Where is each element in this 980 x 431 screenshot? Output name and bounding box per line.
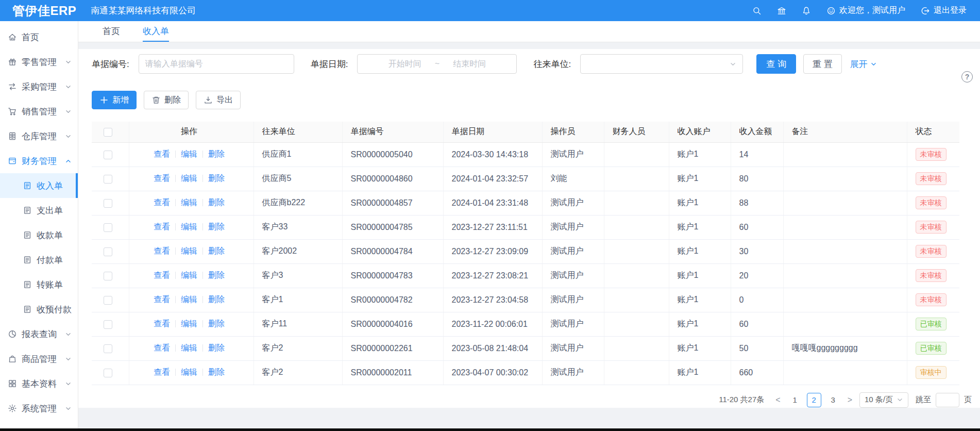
- row-checkbox[interactable]: [104, 344, 112, 353]
- sidebar-subitem-expense-bill[interactable]: 支出单: [0, 198, 78, 223]
- prev-page-button[interactable]: <: [773, 395, 783, 405]
- sidebar-item-label: 零售管理: [22, 56, 57, 68]
- row-action-delete[interactable]: 删除: [208, 319, 225, 328]
- row-action-view[interactable]: 查看: [154, 271, 170, 279]
- row-action-view[interactable]: 查看: [154, 319, 170, 328]
- row-action-view[interactable]: 查看: [154, 222, 170, 231]
- row-action-delete[interactable]: 删除: [208, 174, 225, 183]
- sidebar-subitem-income-bill[interactable]: 收入单: [0, 173, 78, 198]
- sidebar-item-sales[interactable]: 销售管理: [0, 99, 78, 124]
- reset-button[interactable]: 重 置: [803, 54, 842, 74]
- row-action-delete[interactable]: 删除: [208, 222, 225, 231]
- bell-icon[interactable]: [802, 6, 811, 15]
- export-button[interactable]: 导出: [196, 91, 241, 109]
- row-checkbox[interactable]: [104, 199, 112, 208]
- row-action-view[interactable]: 查看: [154, 174, 170, 183]
- chevron-down-icon: [65, 84, 72, 90]
- select-all-checkbox[interactable]: [104, 128, 112, 137]
- row-checkbox[interactable]: [104, 272, 112, 280]
- delete-button[interactable]: 删除: [144, 91, 189, 109]
- expand-link[interactable]: 展开: [850, 58, 877, 70]
- chevron-down-icon: [65, 405, 72, 412]
- bank-icon[interactable]: [777, 6, 786, 15]
- sidebar-item-retail[interactable]: 零售管理: [0, 49, 78, 74]
- doc-icon: [23, 206, 32, 215]
- cell-income-amount: 60: [731, 312, 783, 336]
- row-checkbox[interactable]: [104, 151, 112, 159]
- page-button-3[interactable]: 3: [826, 393, 840, 407]
- row-action-edit[interactable]: 编辑: [181, 271, 197, 279]
- row-action-view[interactable]: 查看: [154, 295, 170, 304]
- search-button[interactable]: 查 询: [756, 54, 796, 74]
- next-page-button[interactable]: >: [845, 395, 855, 405]
- sidebar-item-home[interactable]: 首页: [0, 25, 78, 49]
- row-action-edit[interactable]: 编辑: [181, 246, 197, 255]
- partner-select[interactable]: [580, 54, 743, 74]
- chevron-down-icon: [870, 61, 877, 68]
- row-action-delete[interactable]: 删除: [208, 150, 225, 158]
- row-action-delete[interactable]: 删除: [208, 343, 225, 352]
- page-button-2[interactable]: 2: [807, 393, 821, 407]
- pagination-total: 11-20 共27条: [719, 395, 764, 405]
- sidebar-item-purchase[interactable]: 采购管理: [0, 74, 78, 99]
- row-action-edit[interactable]: 编辑: [181, 222, 197, 231]
- cell-operator: 测试用户: [542, 288, 604, 312]
- row-action-edit[interactable]: 编辑: [181, 343, 197, 352]
- logout-button[interactable]: 退出登录: [921, 5, 967, 16]
- sidebar-item-system[interactable]: 系统管理: [0, 396, 78, 421]
- cell-partner: 客户2: [254, 336, 342, 360]
- page-size-select[interactable]: 10 条/页: [859, 392, 908, 408]
- row-action-view[interactable]: 查看: [154, 150, 170, 158]
- sidebar-subitem-advance-bill[interactable]: 收预付款: [0, 297, 78, 322]
- row-checkbox[interactable]: [104, 175, 112, 184]
- row-actions: 查看编辑删除: [129, 263, 254, 288]
- sidebar-item-basic[interactable]: 基本资料: [0, 371, 78, 396]
- sidebar-item-goods[interactable]: 商品管理: [0, 346, 78, 371]
- page-button-1[interactable]: 1: [788, 393, 802, 407]
- help-icon[interactable]: ?: [961, 71, 973, 82]
- tab-income-bill[interactable]: 收入单: [143, 21, 169, 42]
- cell-income-account: 账户1: [669, 360, 731, 385]
- date-range-picker[interactable]: 开始时间 ~ 结束时间: [357, 54, 517, 74]
- bill-no-input[interactable]: [139, 54, 294, 74]
- row-action-view[interactable]: 查看: [154, 343, 170, 352]
- row-action-edit[interactable]: 编辑: [181, 198, 197, 207]
- row-action-view[interactable]: 查看: [154, 246, 170, 255]
- row-checkbox[interactable]: [104, 223, 112, 232]
- sidebar-item-warehouse[interactable]: 仓库管理: [0, 124, 78, 148]
- pagination: 11-20 共27条 < 123 > 10 条/页 跳至 页: [92, 392, 972, 408]
- row-checkbox[interactable]: [104, 247, 112, 256]
- row-action-edit[interactable]: 编辑: [181, 295, 197, 304]
- tab-home[interactable]: 首页: [103, 21, 120, 42]
- row-action-view[interactable]: 查看: [154, 368, 170, 376]
- row-checkbox[interactable]: [104, 320, 112, 329]
- row-action-delete[interactable]: 删除: [208, 295, 225, 304]
- add-button[interactable]: 新增: [92, 91, 137, 109]
- table-row: 查看编辑删除 客户2 SR00000002261 2023-05-08 21:4…: [92, 336, 959, 360]
- row-action-delete[interactable]: 删除: [208, 368, 225, 376]
- sidebar-subitem-payment-bill[interactable]: 付款单: [0, 247, 78, 272]
- sidebar-subitem-transfer-bill[interactable]: 转账单: [0, 272, 78, 297]
- row-action-edit[interactable]: 编辑: [181, 174, 197, 183]
- row-action-view[interactable]: 查看: [154, 198, 170, 207]
- welcome-user[interactable]: 欢迎您，测试用户: [826, 5, 905, 16]
- search-icon[interactable]: [752, 6, 762, 15]
- row-action-edit[interactable]: 编辑: [181, 319, 197, 328]
- row-checkbox[interactable]: [104, 296, 112, 305]
- cell-income-amount: 30: [731, 239, 783, 263]
- sidebar-item-report[interactable]: 报表查询: [0, 322, 78, 346]
- row-action-delete[interactable]: 删除: [208, 198, 225, 207]
- jump-page-input[interactable]: [936, 393, 959, 407]
- row-checkbox[interactable]: [104, 369, 112, 377]
- sidebar-item-label: 基本资料: [22, 378, 57, 390]
- sidebar-item-finance[interactable]: 财务管理: [0, 148, 78, 173]
- filter-row: 单据编号: 单据日期: 开始时间 ~ 结束时间 往来单位:: [92, 54, 959, 74]
- row-action-edit[interactable]: 编辑: [181, 368, 197, 376]
- row-action-edit[interactable]: 编辑: [181, 150, 197, 158]
- row-action-delete[interactable]: 删除: [208, 271, 225, 279]
- sales-icon: [8, 107, 17, 116]
- sidebar-subitem-receipt-bill[interactable]: 收款单: [0, 223, 78, 247]
- company-name: 南通某某网络科技有限公司: [91, 5, 196, 16]
- row-action-delete[interactable]: 删除: [208, 246, 225, 255]
- retail-icon: [8, 57, 17, 67]
